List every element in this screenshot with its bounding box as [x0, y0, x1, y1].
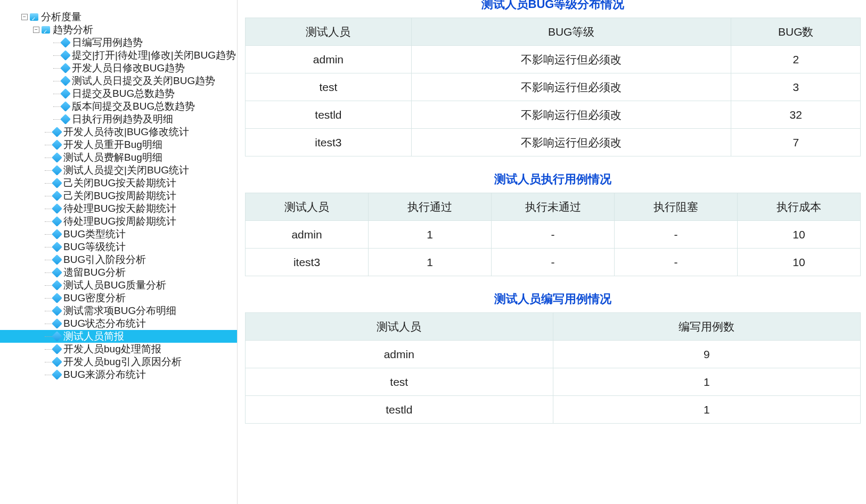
tree-sidebar[interactable]: − 分析度量 − 趋势分析 日编写用例趋势提交|打开|待处理|修改|关闭BUG趋…: [0, 0, 238, 504]
diamond-icon: [62, 64, 69, 72]
tree-line-icon: [45, 145, 52, 145]
tree-item-row[interactable]: 待处理BUG按周龄期统计: [0, 215, 237, 228]
table-cell: 1: [553, 368, 861, 396]
tree-line-icon: [53, 81, 61, 81]
folder-icon: [42, 26, 50, 34]
tree-item-row[interactable]: 测试人员费解Bug明细: [0, 151, 237, 164]
block-title: 测试人员BUG等级分布情况: [245, 0, 861, 12]
tree-leaf-label: 日编写用例趋势: [71, 36, 143, 49]
tree-line-icon: [53, 43, 61, 43]
diamond-icon: [62, 90, 69, 97]
tree-leaf-row[interactable]: 版本间提交及BUG总数趋势: [0, 100, 237, 113]
tree-leaf-row[interactable]: 开发人员日修改BUG趋势: [0, 62, 237, 75]
tree-line-icon: [53, 119, 61, 120]
tree-item-label: 测试人员费解Bug明细: [63, 151, 162, 164]
diamond-icon: [53, 128, 61, 136]
tree-item-row[interactable]: 开发人员待改|BUG修改统计: [0, 126, 237, 138]
diamond-icon: [53, 345, 61, 353]
tree-item-label: 开发人员bug处理简报: [63, 343, 161, 356]
tree-item-label: 待处理BUG按周龄期统计: [63, 215, 176, 228]
tree-item-row[interactable]: 待处理BUG按天龄期统计: [0, 202, 237, 215]
table-cell: test: [246, 73, 412, 101]
tree-line-icon: [45, 336, 52, 337]
tree-line-icon: [45, 132, 52, 133]
table-cell: testld: [246, 396, 553, 424]
collapse-icon[interactable]: −: [33, 27, 39, 33]
th: BUG等级: [411, 18, 731, 46]
tree-item-row[interactable]: 开发人员bug引入原因分析: [0, 356, 237, 368]
tree-item-label: 开发人员重开Bug明细: [63, 138, 162, 151]
tree-line-icon: [45, 285, 52, 286]
tree-item-row[interactable]: 开发人员重开Bug明细: [0, 138, 237, 151]
diamond-icon: [53, 141, 61, 148]
diamond-icon: [53, 256, 61, 263]
diamond-icon: [62, 39, 69, 46]
diamond-icon: [53, 358, 61, 366]
th: 编写用例数: [553, 313, 861, 341]
tree-item-row[interactable]: 己关闭BUG按周龄期统计: [0, 189, 237, 202]
table-row: testld1: [246, 396, 861, 424]
tree-item-row[interactable]: 测试人员BUG质量分析: [0, 279, 237, 292]
table-cell: testld: [246, 101, 412, 129]
table-cell: 3: [731, 73, 861, 101]
table-cell: 1: [369, 221, 492, 249]
tree-leaf-label: 测试人员日提交及关闭BUG趋势: [71, 75, 215, 87]
tree-item-row[interactable]: 测试需求项BUG分布明细: [0, 304, 237, 317]
table-row: itest31--10: [246, 249, 861, 276]
tree-leaf-row[interactable]: 提交|打开|待处理|修改|关闭BUG趋势: [0, 49, 237, 62]
diamond-icon: [53, 218, 61, 225]
diamond-icon: [62, 103, 69, 110]
collapse-icon[interactable]: −: [21, 14, 28, 20]
diamond-icon: [53, 307, 61, 315]
tree-item-label: 开发人员待改|BUG修改统计: [63, 126, 189, 138]
tree-inner: − 分析度量 − 趋势分析 日编写用例趋势提交|打开|待处理|修改|关闭BUG趋…: [0, 11, 237, 381]
table-cell: admin: [246, 221, 369, 249]
tree-item-row[interactable]: BUG类型统计: [0, 228, 237, 241]
tree-item-row[interactable]: BUG等级统计: [0, 241, 237, 253]
tree-leaf-row[interactable]: 日执行用例趋势及明细: [0, 113, 237, 126]
th: 测试人员: [246, 18, 412, 46]
tree-line-icon: [53, 55, 61, 56]
tree-item-row[interactable]: 开发人员bug处理简报: [0, 343, 237, 356]
tree-item-label: BUG状态分布统计: [63, 317, 146, 330]
tree-leaf-label: 版本间提交及BUG总数趋势: [71, 100, 195, 113]
diamond-icon: [53, 192, 61, 200]
diamond-icon: [53, 294, 61, 302]
tree-item-row[interactable]: 测试人员提交|关闭BUG统计: [0, 164, 237, 177]
tree-item-row[interactable]: BUG引入阶段分析: [0, 253, 237, 266]
tree-item-row[interactable]: 遗留BUG分析: [0, 266, 237, 279]
diamond-icon: [53, 230, 61, 238]
table-cell: itest3: [246, 129, 412, 156]
block-write-case: 测试人员编写用例情况 测试人员 编写用例数 admin9test1testld1: [245, 291, 861, 424]
table-cell: 1: [369, 249, 492, 276]
diamond-icon: [53, 205, 61, 212]
tree-item-row[interactable]: BUG来源分布统计: [0, 368, 237, 381]
tree-item-row[interactable]: BUG状态分布统计: [0, 317, 237, 330]
tree-root-label: 分析度量: [40, 11, 81, 23]
tree-line-icon: [45, 247, 52, 247]
tree-leaf-row[interactable]: 日编写用例趋势: [0, 36, 237, 49]
th: 测试人员: [246, 193, 369, 221]
tree-root-row[interactable]: − 分析度量: [0, 11, 237, 23]
tree-item-label: 测试需求项BUG分布明细: [63, 304, 176, 317]
content-pane[interactable]: 测试人员BUG等级分布情况 测试人员 BUG等级 BUG数 admin不影响运行…: [238, 0, 866, 504]
table-cell: 不影响运行但必须改: [411, 129, 731, 156]
tree-item-list: 开发人员待改|BUG修改统计开发人员重开Bug明细测试人员费解Bug明细测试人员…: [0, 126, 237, 381]
diamond-icon: [53, 167, 61, 174]
table-cell: 不影响运行但必须改: [411, 73, 731, 101]
th: BUG数: [731, 18, 861, 46]
tree-item-row[interactable]: 测试人员简报: [0, 330, 237, 343]
tree-leaf-row[interactable]: 日提交及BUG总数趋势: [0, 87, 237, 100]
table-row: test不影响运行但必须改3: [246, 73, 861, 101]
tree-item-row[interactable]: 己关闭BUG按天龄期统计: [0, 177, 237, 189]
diamond-icon: [53, 179, 61, 187]
tree-item-row[interactable]: BUG密度分析: [0, 292, 237, 304]
tree-line-icon: [45, 170, 52, 171]
diamond-icon: [53, 243, 61, 251]
tree-line-icon: [53, 68, 61, 69]
tree-line-icon: [45, 311, 52, 311]
tree-leaf-row[interactable]: 测试人员日提交及关闭BUG趋势: [0, 75, 237, 87]
table-cell: admin: [246, 341, 553, 368]
tree-trend-children: 日编写用例趋势提交|打开|待处理|修改|关闭BUG趋势开发人员日修改BUG趋势测…: [0, 36, 237, 126]
th: 测试人员: [246, 313, 553, 341]
